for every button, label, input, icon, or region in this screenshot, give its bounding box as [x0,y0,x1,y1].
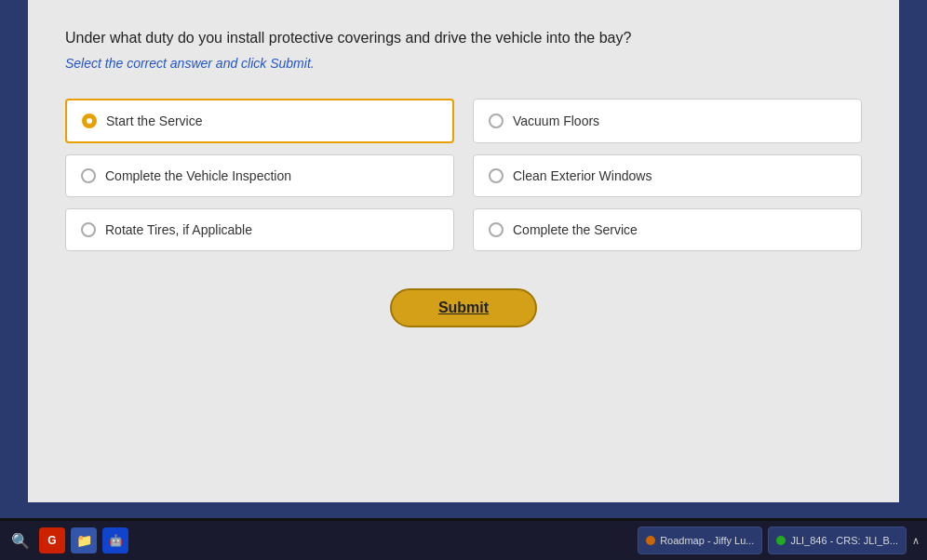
search-icon[interactable]: 🔍 [7,527,34,553]
app-dot-roadmap [646,536,655,545]
option-rotate-tires[interactable]: Rotate Tires, if Applicable [65,208,454,251]
app-icon-g[interactable]: G [39,527,65,553]
taskbar-app-crs[interactable]: JLI_846 - CRS: JLI_B... [768,527,907,554]
radio-vehicle-inspection [81,168,96,183]
radio-rotate-tires [81,222,96,237]
option-start-service[interactable]: Start the Service [65,99,454,143]
taskbar-chevron-up: ∧ [912,535,920,547]
option-start-service-label: Start the Service [106,113,203,128]
taskbar-system-area: ∧ [912,535,920,547]
options-grid: Start the Service Vacuum Floors Complete… [65,99,862,251]
submit-button[interactable]: Submit [390,288,537,327]
taskbar-app-crs-label: JLI_846 - CRS: JLI_B... [790,535,898,546]
taskbar-app-roadmap[interactable]: Roadmap - Jiffy Lu... [638,527,762,554]
radio-start-service [82,113,97,128]
taskbar: 🔍 G 📁 🤖 Roadmap - Jiffy Lu... JLI_846 - … [0,521,927,560]
option-vacuum-floors[interactable]: Vacuum Floors [473,99,862,143]
content-area: Under what duty do you install protectiv… [28,0,899,502]
taskbar-app-roadmap-label: Roadmap - Jiffy Lu... [660,535,754,546]
app-dot-crs [776,536,786,545]
option-vehicle-inspection[interactable]: Complete the Vehicle Inspection [65,154,454,197]
instruction-text: Select the correct answer and click Subm… [65,56,862,71]
radio-clean-windows [489,168,504,183]
option-clean-windows-label: Clean Exterior Windows [513,168,652,183]
radio-complete-service [489,222,504,237]
folder-icon[interactable]: 📁 [71,527,97,553]
option-complete-service-label: Complete the Service [513,222,638,237]
option-clean-windows[interactable]: Clean Exterior Windows [473,154,862,197]
option-rotate-tires-label: Rotate Tires, if Applicable [105,222,252,237]
robot-icon[interactable]: 🤖 [102,527,128,553]
option-vehicle-inspection-label: Complete the Vehicle Inspection [105,168,291,183]
submit-area: Submit [65,288,862,327]
question-text: Under what duty do you install protectiv… [65,28,862,48]
option-complete-service[interactable]: Complete the Service [473,208,862,251]
radio-vacuum-floors [489,113,504,128]
option-vacuum-floors-label: Vacuum Floors [513,113,599,128]
